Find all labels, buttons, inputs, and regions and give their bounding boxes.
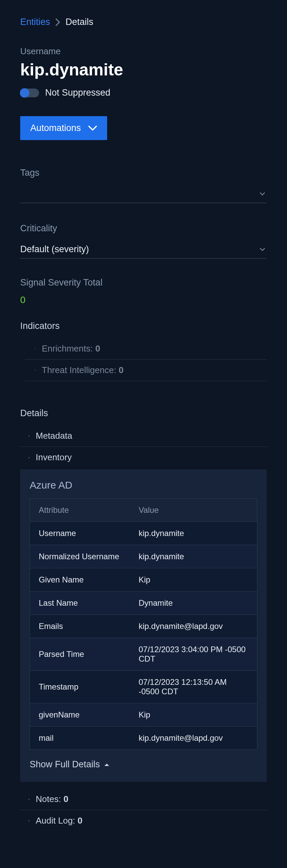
attr-cell: mail: [30, 726, 130, 750]
inventory-panel: Azure AD Attribute Value Usernamekip.dyn…: [20, 469, 267, 782]
suppress-toggle[interactable]: [20, 89, 39, 97]
caret-down-icon: [26, 369, 36, 372]
attr-cell: Last Name: [30, 592, 130, 615]
table-row: mailkip.dynamite@lapd.gov: [30, 726, 257, 750]
details-section: Details Metadata Inventory Azure AD Attr…: [20, 408, 267, 831]
attribute-table: Attribute Value Usernamekip.dynamiteNorm…: [30, 498, 257, 750]
toggle-knob: [20, 88, 29, 98]
chevron-down-icon: [88, 126, 97, 131]
entity-type-label: Username: [20, 46, 267, 57]
attr-cell: Timestamp: [30, 671, 130, 703]
caret-down-icon: [20, 798, 30, 801]
enrichments-row[interactable]: Enrichments: 0: [25, 338, 267, 360]
caret-down-icon: [20, 819, 30, 823]
attr-cell: Given Name: [30, 568, 130, 592]
value-cell: kip.dynamite: [130, 522, 257, 545]
col-value: Value: [130, 499, 257, 522]
value-cell: kip.dynamite@lapd.gov: [130, 726, 257, 750]
caret-up-icon: [20, 456, 30, 459]
attr-cell: Username: [30, 522, 130, 545]
azure-ad-title: Azure AD: [30, 479, 257, 491]
inventory-row[interactable]: Inventory: [20, 447, 267, 468]
indicators-label: Indicators: [20, 321, 267, 331]
criticality-value: Default (severity): [20, 244, 89, 254]
breadcrumb-current: Details: [66, 17, 94, 27]
attr-cell: Emails: [30, 615, 130, 638]
severity-label: Signal Severity Total: [20, 277, 267, 288]
tags-input[interactable]: [20, 185, 267, 203]
chevron-right-icon: [56, 19, 60, 26]
attr-cell: Parsed Time: [30, 638, 130, 671]
criticality-select[interactable]: Default (severity): [20, 240, 267, 258]
metadata-row[interactable]: Metadata: [20, 425, 267, 447]
table-row: Usernamekip.dynamite: [30, 522, 257, 545]
show-full-details-link[interactable]: Show Full Details: [30, 759, 257, 770]
caret-down-icon: [26, 347, 36, 350]
col-attribute: Attribute: [30, 499, 130, 522]
caret-down-icon: [20, 434, 30, 438]
table-row: givenNameKip: [30, 703, 257, 726]
details-label: Details: [20, 408, 267, 418]
threat-intelligence-row[interactable]: Threat Intelligence: 0: [25, 360, 267, 381]
audit-log-row[interactable]: Audit Log: 0: [20, 810, 267, 831]
automations-label: Automations: [30, 123, 81, 133]
table-row: Normalized Usernamekip.dynamite: [30, 545, 257, 568]
criticality-label: Criticality: [20, 223, 267, 234]
table-row: Given NameKip: [30, 568, 257, 592]
severity-section: Signal Severity Total 0: [20, 277, 267, 305]
suppress-label: Not Suppressed: [45, 88, 111, 98]
tags-section: Tags: [20, 168, 267, 203]
severity-value: 0: [20, 294, 267, 305]
table-row: Timestamp07/12/2023 12:13:50 AM -0500 CD…: [30, 671, 257, 703]
tags-label: Tags: [20, 168, 267, 178]
indicators-section: Indicators Enrichments: 0 Threat Intelli…: [20, 321, 267, 381]
caret-up-icon: [104, 763, 110, 766]
chevron-down-icon: [259, 247, 265, 251]
attr-cell: givenName: [30, 703, 130, 726]
entity-name: kip.dynamite: [20, 60, 267, 80]
automations-button[interactable]: Automations: [20, 116, 107, 140]
value-cell: kip.dynamite@lapd.gov: [130, 615, 257, 638]
value-cell: Kip: [130, 568, 257, 592]
attr-cell: Normalized Username: [30, 545, 130, 568]
inventory-label: Inventory: [36, 452, 72, 463]
metadata-label: Metadata: [36, 431, 72, 441]
notes-row[interactable]: Notes: 0: [20, 788, 267, 810]
chevron-down-icon: [259, 192, 265, 196]
table-row: Emailskip.dynamite@lapd.gov: [30, 615, 257, 638]
breadcrumb-entities-link[interactable]: Entities: [20, 17, 50, 27]
suppress-row: Not Suppressed: [20, 88, 267, 98]
table-row: Parsed Time07/12/2023 3:04:00 PM -0500 C…: [30, 638, 257, 671]
table-row: Last NameDynamite: [30, 592, 257, 615]
value-cell: 07/12/2023 12:13:50 AM -0500 CDT: [130, 671, 257, 703]
value-cell: Dynamite: [130, 592, 257, 615]
value-cell: 07/12/2023 3:04:00 PM -0500 CDT: [130, 638, 257, 671]
value-cell: Kip: [130, 703, 257, 726]
breadcrumb: Entities Details: [20, 17, 267, 27]
criticality-section: Criticality Default (severity): [20, 223, 267, 258]
value-cell: kip.dynamite: [130, 545, 257, 568]
